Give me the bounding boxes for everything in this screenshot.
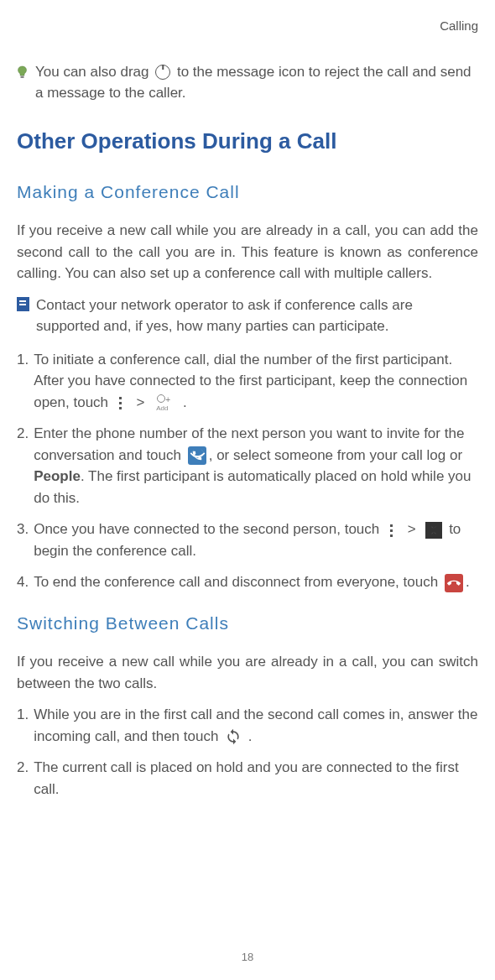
- step-2: 2. Enter the phone number of the next pe…: [17, 423, 478, 508]
- people-label: People: [34, 468, 81, 484]
- step-3-text: Once you have connected to the second pe…: [34, 519, 478, 561]
- tip-drag-reject: You can also drag to the message icon to…: [17, 61, 478, 104]
- step-4-number: 4.: [17, 571, 29, 593]
- heading-other-operations: Other Operations During a Call: [17, 125, 478, 158]
- switch-step-1-number: 1.: [17, 704, 29, 747]
- page-number: 18: [242, 949, 253, 966]
- note-conference: Contact your network operator to ask if …: [17, 295, 478, 337]
- switch-step-1-text: While you are in the first call and the …: [34, 704, 478, 747]
- step-4-text: To end the conference call and disconnec…: [34, 571, 478, 593]
- step-3: 3. Once you have connected to the second…: [17, 519, 478, 561]
- switch-step-2: 2. The current call is placed on hold an…: [17, 757, 478, 800]
- dial-phone-icon: [188, 446, 206, 465]
- step-2-number: 2.: [17, 423, 29, 508]
- swap-calls-icon: [225, 728, 242, 745]
- tip-text: You can also drag to the message icon to…: [35, 61, 478, 104]
- heading-switching-calls: Switching Between Calls: [17, 610, 478, 637]
- header-section-label: Calling: [17, 17, 478, 36]
- step-1-text: To initiate a conference call, dial the …: [34, 349, 478, 414]
- power-circle-icon: [155, 65, 170, 80]
- step-2-text: Enter the phone number of the next perso…: [34, 423, 478, 508]
- merge-calls-icon: [425, 522, 442, 539]
- tip-text-part-a: You can also drag: [35, 64, 153, 80]
- switch-step-2-number: 2.: [17, 757, 29, 800]
- switching-intro: If you receive a new call while you are …: [17, 651, 478, 694]
- heading-conference-call: Making a Conference Call: [17, 179, 478, 206]
- conference-intro: If you receive a new call while you are …: [17, 220, 478, 284]
- end-call-icon: [445, 574, 463, 592]
- step-3-number: 3.: [17, 519, 29, 561]
- lightbulb-icon: [17, 64, 29, 77]
- step-1: 1. To initiate a conference call, dial t…: [17, 349, 478, 414]
- menu-dots-icon: [386, 523, 398, 538]
- note-page-icon: [17, 297, 29, 311]
- switch-step-1: 1. While you are in the first call and t…: [17, 704, 478, 747]
- step-1-number: 1.: [17, 349, 29, 414]
- note-text: Contact your network operator to ask if …: [36, 295, 478, 337]
- switch-step-2-text: The current call is placed on hold and y…: [34, 757, 478, 800]
- step-4: 4. To end the conference call and discon…: [17, 571, 478, 593]
- svg-rect-0: [21, 76, 24, 78]
- add-person-icon: +: [154, 394, 176, 411]
- menu-dots-icon: [115, 395, 127, 410]
